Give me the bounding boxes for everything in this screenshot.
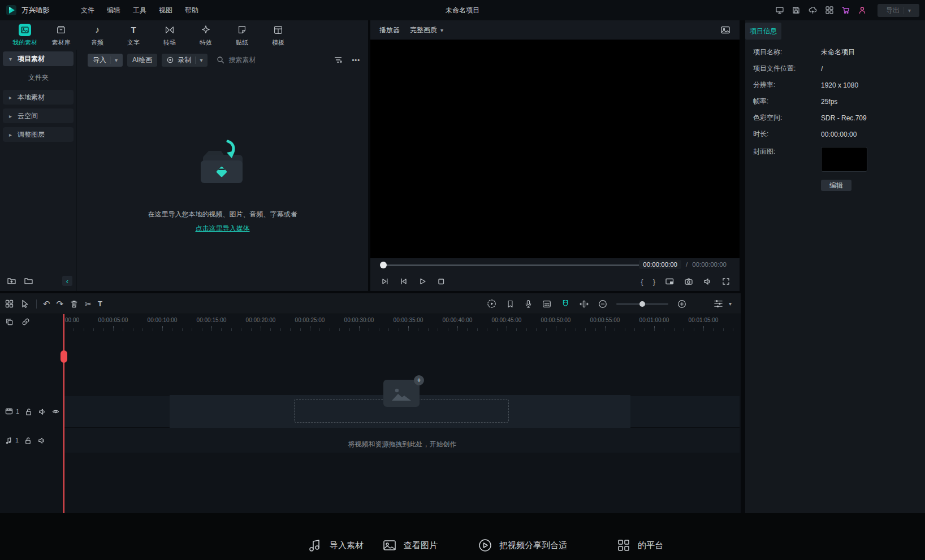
chevron-down-icon[interactable]: ▾ (115, 57, 118, 63)
menu-tools[interactable]: 工具 (127, 0, 153, 20)
field-value: / (821, 65, 823, 73)
playhead-handle[interactable] (60, 350, 67, 363)
import-button[interactable]: 导入 ▾ (88, 54, 123, 67)
menu-help[interactable]: 帮助 (179, 0, 205, 20)
save-icon[interactable] (792, 6, 801, 15)
banner-item-import[interactable]: 导入素材 (308, 538, 364, 553)
user-account-icon[interactable] (858, 6, 867, 15)
banner-item-share[interactable]: 把视频分享到合适 (478, 538, 567, 553)
sidebar-item-local-media[interactable]: ▸ 本地素材 (3, 90, 74, 105)
lock-icon[interactable] (24, 407, 33, 416)
tab-templates[interactable]: 模板 (260, 24, 296, 47)
tab-project-info[interactable]: 项目信息 (745, 23, 781, 40)
display-mode-icon[interactable] (775, 6, 784, 15)
search-box[interactable] (217, 56, 329, 64)
split-scissors-icon[interactable]: ✂ (85, 300, 92, 308)
undo-icon[interactable]: ↶ (43, 299, 50, 308)
media-content: 导入 ▾ AI绘画 录制 ▾ (76, 50, 368, 291)
lock-icon[interactable] (24, 436, 32, 445)
tab-my-media[interactable]: 我的素材 (7, 24, 43, 47)
mute-speaker-icon[interactable] (37, 436, 46, 445)
compare-view-icon[interactable] (720, 25, 731, 34)
play-icon[interactable] (418, 277, 427, 286)
stop-icon[interactable] (436, 277, 446, 286)
more-options-icon[interactable]: ••• (352, 57, 360, 63)
tab-text[interactable]: T 文字 (115, 24, 152, 47)
tab-audio[interactable]: ♪ 音频 (79, 24, 115, 47)
my-media-icon (19, 24, 31, 36)
timeline-toolbar: ↶ ↷ ✂ T (0, 293, 741, 314)
snapshot-camera-icon[interactable] (684, 277, 693, 286)
link-icon[interactable] (21, 318, 30, 326)
auto-ripple-icon[interactable] (579, 299, 589, 309)
import-label: 导入 (93, 55, 106, 65)
filter-icon[interactable] (334, 55, 343, 64)
tab-effects[interactable]: 特效 (188, 24, 224, 47)
banner-item-images[interactable]: 查看图片 (382, 538, 438, 553)
timeline-zoom-slider[interactable] (616, 300, 668, 308)
next-frame-icon[interactable] (399, 277, 408, 286)
import-media-link[interactable]: 点击这里导入媒体 (196, 224, 250, 233)
mute-speaker-icon[interactable] (38, 407, 46, 416)
chevron-down-icon[interactable]: ▾ (729, 301, 732, 307)
zoom-in-icon[interactable] (677, 299, 687, 309)
redo-icon[interactable]: ↷ (57, 299, 64, 308)
playhead-line[interactable] (63, 314, 64, 513)
zoom-out-icon[interactable] (598, 299, 608, 309)
chevron-down-icon[interactable]: ▾ (200, 57, 202, 63)
folder-icon[interactable] (24, 276, 33, 285)
cloud-upload-icon[interactable] (808, 6, 818, 15)
collapse-sidebar-button[interactable]: ‹ (62, 276, 72, 286)
visibility-eye-icon[interactable] (51, 407, 60, 416)
banner-item-platform[interactable]: 的平台 (616, 538, 663, 553)
tab-transitions[interactable]: 转场 (152, 24, 188, 47)
fit-screen-icon[interactable] (665, 277, 675, 286)
mark-in-icon[interactable]: { (641, 277, 643, 286)
duplicate-icon[interactable] (5, 318, 14, 326)
voiceover-mic-icon[interactable] (524, 299, 533, 309)
sidebar-item-project-media[interactable]: ▾ 项目素材 (3, 51, 74, 66)
fullscreen-icon[interactable] (721, 277, 731, 286)
add-media-plus-icon[interactable]: + (414, 375, 424, 385)
subtitle-icon[interactable] (542, 299, 552, 309)
timeline-ruler[interactable]: 00:0000:00:05:0000:00:10:0000:00:15:0000… (64, 314, 740, 331)
ai-paint-button[interactable]: AI绘画 (127, 54, 157, 67)
transport-controls (381, 272, 446, 291)
new-folder-icon[interactable] (7, 276, 16, 285)
menu-file[interactable]: 文件 (75, 0, 101, 20)
tab-stickers[interactable]: 贴纸 (224, 24, 260, 47)
seek-knob[interactable] (380, 262, 387, 268)
track-manager-icon[interactable] (713, 298, 724, 309)
text-tool-icon[interactable]: T (98, 300, 102, 307)
seek-track[interactable] (382, 264, 642, 266)
quality-dropdown[interactable]: 完整画质 ▾ (410, 25, 443, 35)
layout-grid-icon[interactable] (825, 6, 834, 15)
export-button[interactable]: 导出 ▾ (878, 4, 919, 17)
sidebar-item-adjust-layer[interactable]: ▸ 调整图层 (3, 127, 74, 142)
store-cart-icon[interactable] (841, 6, 850, 15)
volume-icon[interactable] (703, 277, 712, 286)
drop-media-icon[interactable]: + (383, 380, 420, 407)
ruler-tick (703, 326, 704, 331)
snap-magnet-icon[interactable] (560, 299, 570, 309)
select-cursor-icon[interactable] (20, 299, 30, 309)
edit-cover-button[interactable]: 编辑 (821, 180, 851, 191)
menu-edit[interactable]: 编辑 (101, 0, 127, 20)
menu-view[interactable]: 视图 (153, 0, 179, 20)
media-bin-icon[interactable] (5, 299, 14, 309)
delete-icon[interactable] (70, 299, 79, 309)
mark-out-icon[interactable]: } (653, 277, 655, 286)
chevron-down-icon[interactable]: ▾ (908, 7, 911, 14)
zoom-slider-knob[interactable] (639, 301, 645, 307)
search-input[interactable] (228, 56, 291, 64)
marker-icon[interactable] (505, 299, 515, 309)
timeline-drop-hint: 将视频和资源拖拽到此处，开始创作 (64, 440, 741, 449)
previous-frame-icon[interactable] (381, 277, 390, 286)
render-preview-icon[interactable] (486, 298, 497, 309)
audio-track-header: 1 (0, 428, 64, 453)
tab-stock-media[interactable]: 素材库 (43, 24, 79, 47)
sidebar-item-folder[interactable]: 文件夹 (3, 70, 74, 85)
record-button[interactable]: 录制 ▾ (162, 54, 208, 67)
video-preview[interactable] (370, 40, 740, 258)
sidebar-item-cloud[interactable]: ▸ 云空间 (3, 108, 74, 123)
